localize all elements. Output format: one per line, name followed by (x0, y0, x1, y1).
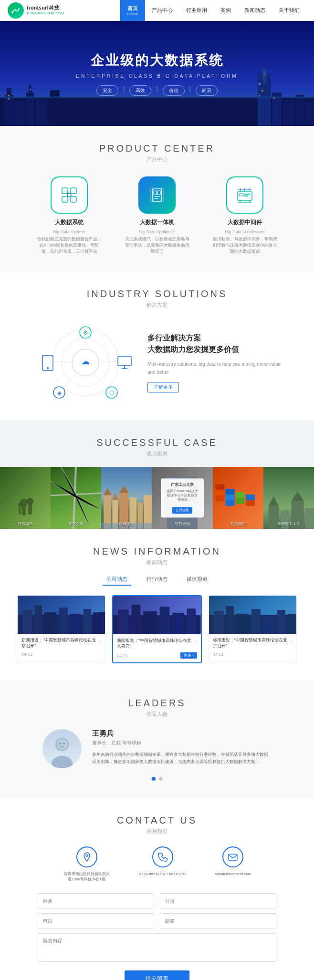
news-tabs: 公司动态 行业动态 媒体报道 (17, 574, 297, 586)
svg-point-136 (52, 756, 73, 768)
case-card-btn[interactable]: 立即查看 (172, 507, 192, 514)
product-desc-3: 提供标准、有效的中间件，帮助我们理解与连接大数据层次中的各方面的大数据价值 (211, 236, 278, 254)
nav-link-home[interactable]: 首页 HOME (120, 0, 145, 21)
hero-tag-1[interactable]: 安全 (96, 85, 118, 96)
news-grid: 新闻报道："中国智慧城市高峰论坛在北京召开" › 04-21 (17, 595, 297, 663)
news-card-1[interactable]: 新闻报道："中国智慧城市高峰论坛在北京召开" › 04-21 (17, 595, 105, 663)
nav-link-about[interactable]: 关于我们 (272, 0, 306, 21)
contact-address-icon (76, 846, 97, 867)
product-name-en-3: Big Data Middleware (225, 229, 264, 234)
product-item-2[interactable]: 大数据一体机 Big Data Appliance 关注集成模式，以标准化的策略… (124, 176, 190, 254)
svg-rect-17 (8, 95, 10, 96)
svg-rect-125 (173, 613, 184, 634)
industry-diagram: ☁ ⚙ ◈ ⬡ (33, 322, 138, 403)
product-grid: 大数据系统 Big Data System 给我们独立完整的数据整合产品，以Al… (19, 176, 295, 254)
industry-learn-more[interactable]: 了解更多 (147, 382, 179, 392)
svg-point-140 (86, 855, 88, 856)
leader-name: 王勇兵 (92, 729, 272, 738)
svg-rect-24 (0, 96, 314, 98)
contact-email-text: admin@frontsurf.com (215, 871, 251, 877)
hero-tag-3[interactable]: 价值 (163, 85, 185, 96)
svg-rect-129 (226, 606, 233, 634)
contact-title-cn: 联系我们 (19, 828, 295, 835)
news-card-2[interactable]: 新闻报道："中国智慧城市高峰论坛在北京召开" › 04-21 更多 › (112, 595, 201, 663)
news-tab-company[interactable]: 公司动态 (103, 574, 131, 586)
svg-text:⚙: ⚙ (83, 330, 88, 336)
nav-links: 首页 HOME 产品中心 行业应用 案例 新闻动态 关于我们 (120, 0, 306, 21)
product-item-1[interactable]: 大数据系统 Big Data System 给我们独立完整的数据整合产品，以Al… (36, 176, 103, 254)
contact-submit-button[interactable]: 提交留言 (125, 970, 189, 980)
svg-rect-19 (30, 89, 31, 90)
leaders-title-en: LEADERS (19, 698, 295, 709)
leaders-section: LEADERS 领军人物 王勇兵 董事长、总裁 等等职称 多年来前行业领先的大数… (0, 681, 314, 798)
svg-rect-6 (29, 85, 31, 126)
contact-name-input[interactable] (38, 893, 154, 908)
news-card-title-2: 新闻报道："中国智慧城市高峰论坛在北京召开" (117, 638, 193, 650)
case-item-5[interactable]: 智慧港口 (213, 467, 263, 529)
leader-dot-1[interactable] (152, 777, 156, 781)
svg-marker-78 (104, 488, 112, 495)
svg-rect-101 (225, 489, 234, 495)
svg-rect-14 (283, 100, 295, 126)
case-label-1: 智慧城市 (0, 521, 51, 526)
svg-rect-118 (83, 609, 91, 634)
contact-phone-input[interactable] (38, 913, 154, 928)
hero-tag-4[interactable]: 简易 (196, 85, 218, 96)
industry-text: 多行业解决方案 大数据助力您发掘更多价值 Multi-industry solu… (147, 332, 281, 392)
case-label-4: 智慧校园 (152, 521, 212, 526)
product-item-3[interactable]: 大数据中间件 Big Data Middleware 提供标准、有效的中间件，帮… (211, 176, 278, 254)
nav-link-industry[interactable]: 行业应用 (179, 0, 214, 21)
hero-subtitle: ENTERPRISE CLASS BIG DATA PLATFORM (76, 73, 238, 79)
contact-email-icon (222, 846, 243, 867)
logo-text: frontsurf科技 IT WORKS FOR YOU (27, 5, 64, 16)
case-item-2[interactable]: 智慧交通 (51, 467, 101, 529)
svg-rect-132 (263, 615, 274, 634)
industry-section: INDUSTRY SOLUTIONS 解决方案 ☁ (0, 271, 314, 420)
svg-rect-124 (160, 607, 169, 634)
svg-rect-8 (50, 90, 60, 126)
svg-rect-134 (288, 614, 296, 634)
svg-rect-119 (93, 612, 105, 634)
leader-title: 董事长、总裁 等等职称 (92, 740, 272, 746)
contact-phone-text: 0755-86518751 / 86518751 (139, 871, 186, 877)
news-tab-media[interactable]: 媒体报道 (183, 574, 211, 586)
news-more-btn[interactable]: 更多 › (180, 652, 197, 659)
hero-tag-sep-3: | (189, 85, 191, 96)
nav-logo[interactable]: frontsurf科技 IT WORKS FOR YOU (8, 2, 64, 19)
svg-rect-56 (118, 356, 131, 366)
svg-rect-131 (251, 609, 260, 634)
leader-dot-2[interactable] (159, 777, 163, 781)
news-card-img-1 (18, 596, 105, 634)
case-item-6[interactable]: 华南理工大学 (263, 467, 314, 529)
contact-email-input[interactable] (160, 913, 276, 928)
case-item-4-featured[interactable]: 广东工业大学 选择了frontsurf科技大数据中心平台 数据管理系统 立即查看… (152, 467, 212, 529)
svg-text:◈: ◈ (57, 390, 62, 396)
industry-main-title: 多行业解决方案 大数据助力您发掘更多价值 (147, 332, 281, 355)
nav-link-case[interactable]: 案例 (214, 0, 238, 21)
contact-title-en: CONTACT US (19, 815, 295, 826)
svg-point-138 (60, 743, 61, 744)
case-label-5: 智慧港口 (213, 521, 263, 526)
case-item-3[interactable]: 欧洲案例 (101, 467, 152, 529)
contact-icons-row: 深圳市南山区科技园学府大道1268号科技中心1楼 0755-86518751 /… (19, 846, 295, 882)
svg-rect-72 (22, 506, 26, 516)
nav-link-news[interactable]: 新闻动态 (238, 0, 272, 21)
news-tab-industry[interactable]: 行业动态 (143, 574, 171, 586)
navigation: frontsurf科技 IT WORKS FOR YOU 首页 HOME 产品中… (0, 0, 314, 21)
news-card-3[interactable]: 标准报告："中国智慧城市高峰论坛在北京召开" › 04-21 (209, 595, 297, 663)
svg-rect-100 (225, 495, 234, 500)
svg-point-139 (63, 743, 65, 744)
contact-message-input[interactable] (38, 933, 276, 962)
svg-rect-121 (118, 609, 129, 634)
hero-tag-2[interactable]: 高效 (129, 85, 151, 96)
nav-link-product[interactable]: 产品中心 (145, 0, 179, 21)
contact-company-input[interactable] (160, 893, 276, 908)
news-card-img-2 (113, 596, 200, 634)
case-item-1[interactable]: 智慧城市 (0, 467, 51, 529)
svg-rect-113 (22, 610, 32, 634)
product-name-en-1: Big Data System (53, 229, 85, 234)
case-title-cn: 成功案例 (0, 450, 314, 457)
svg-rect-103 (235, 492, 244, 498)
svg-rect-99 (225, 500, 234, 506)
case-card-title: 广东工业大学 (167, 483, 198, 488)
